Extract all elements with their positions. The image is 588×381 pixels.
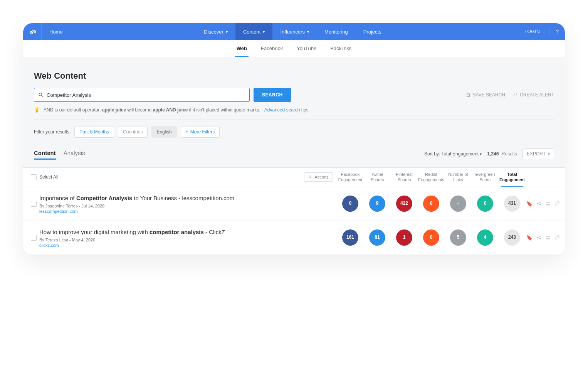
row-checkbox[interactable] [31, 235, 37, 241]
link-icon[interactable] [555, 201, 560, 207]
logo-icon[interactable] [23, 23, 42, 40]
row-checkbox[interactable] [31, 201, 37, 207]
filter-label: Filter your results: [34, 129, 71, 135]
nav-discover-label: Discover [204, 29, 223, 35]
metric-facebook: 161 [342, 229, 358, 246]
top-nav: Home Discover ▾ Content ▾ Influencers ▾ … [23, 23, 565, 40]
help-button[interactable]: ? [549, 29, 565, 35]
results-tab-analysis[interactable]: Analysis [64, 150, 85, 159]
svg-point-2 [39, 93, 42, 96]
page-title: Web Content [34, 71, 554, 81]
col-evergreen[interactable]: Evergreen Score [472, 172, 499, 183]
svg-point-11 [548, 202, 550, 203]
bookmark-icon[interactable]: 🔖 [526, 201, 533, 207]
col-reddit[interactable]: Reddit Engagements [418, 172, 445, 183]
advanced-search-link[interactable]: Advanced search tips [264, 107, 309, 113]
filter-more[interactable]: + More Filters [181, 126, 220, 138]
result-byline: By Tereza Litsa - May 4, 2020 [39, 238, 292, 242]
chevron-down-icon: ▾ [226, 30, 228, 34]
lightbulb-icon: 💡 [34, 107, 40, 113]
search-icon [38, 92, 44, 98]
nav-discover[interactable]: Discover ▾ [196, 23, 235, 40]
nav-content-label: Content [243, 29, 261, 35]
save-icon [466, 93, 470, 97]
search-hint: 💡 AND is our default operator: apple jui… [34, 107, 554, 113]
svg-line-16 [538, 238, 539, 238]
result-domain[interactable]: lesscompetition.com [39, 209, 292, 214]
results-tab-content[interactable]: Content [34, 150, 56, 159]
alert-icon [513, 93, 517, 97]
svg-line-9 [538, 204, 539, 204]
svg-line-15 [538, 236, 539, 237]
nav-projects[interactable]: Projects [356, 23, 389, 40]
chevron-down-icon: ▾ [548, 152, 550, 156]
link-icon[interactable] [555, 235, 560, 241]
share-icon[interactable] [536, 201, 541, 207]
metric-twitter: 9 [369, 196, 385, 212]
people-icon[interactable] [545, 201, 551, 207]
results-table: Select All Actions Facebook Engagement T… [23, 167, 565, 255]
metric-total: 243 [504, 229, 520, 246]
table-row: Importance of Competitor Analysis to You… [23, 187, 565, 221]
metric-pinterest: 422 [396, 196, 412, 212]
nav-home[interactable]: Home [42, 23, 71, 40]
metric-reddit: 0 [423, 229, 439, 246]
metric-twitter: 81 [369, 229, 385, 246]
people-icon[interactable] [545, 235, 551, 241]
save-search-button[interactable]: SAVE SEARCH [466, 92, 505, 98]
save-search-label: SAVE SEARCH [473, 92, 505, 98]
svg-point-18 [548, 236, 550, 237]
result-title[interactable]: How to improve your digital marketing wi… [39, 228, 292, 236]
table-row: How to improve your digital marketing wi… [23, 221, 565, 255]
metric-reddit: 0 [423, 196, 439, 212]
metric-links: - [450, 196, 466, 212]
svg-point-7 [539, 204, 541, 205]
create-alert-label: CREATE ALERT [520, 92, 554, 98]
result-domain[interactable]: clickz.com [39, 243, 292, 248]
share-icon[interactable] [536, 235, 541, 241]
tab-web[interactable]: Web [235, 40, 249, 57]
export-button[interactable]: EXPORT ▾ [522, 148, 554, 159]
filter-past-6-months[interactable]: Past 6 Months [74, 126, 114, 138]
main-area: Web Content SEARCH SAVE SEARCH [23, 57, 565, 167]
metric-evergreen: 0 [477, 196, 493, 212]
tab-youtube[interactable]: YouTube [295, 40, 318, 57]
col-twitter[interactable]: Twitter Shares [364, 172, 391, 183]
result-title[interactable]: Importance of Competitor Analysis to You… [39, 194, 292, 202]
metric-total: 431 [504, 196, 520, 212]
svg-point-1 [31, 32, 32, 33]
bookmark-icon[interactable]: 🔖 [526, 235, 533, 241]
svg-rect-4 [467, 93, 469, 94]
col-links[interactable]: Number of Links [445, 172, 472, 183]
col-total[interactable]: Total Engagement [499, 172, 526, 183]
col-pinterest[interactable]: Pinterest Shares [391, 172, 418, 183]
tab-facebook[interactable]: Facebook [259, 40, 284, 57]
chevron-down-icon: ▾ [480, 152, 482, 156]
chevron-down-icon: ▾ [307, 30, 309, 34]
sort-selector[interactable]: Sort by: Total Engagement ▾ [424, 151, 482, 157]
svg-point-12 [537, 237, 538, 238]
actions-icon [308, 175, 312, 179]
svg-point-5 [537, 203, 538, 204]
plus-icon: + [186, 129, 188, 135]
search-button[interactable]: SEARCH [254, 88, 291, 102]
select-all-label: Select All [39, 174, 70, 180]
svg-line-8 [538, 202, 539, 203]
svg-point-17 [546, 236, 548, 237]
col-facebook[interactable]: Facebook Engagement [337, 172, 364, 183]
tab-backlinks[interactable]: Backlinks [329, 40, 353, 57]
nav-monitoring[interactable]: Monitoring [317, 23, 356, 40]
actions-button[interactable]: Actions [304, 172, 333, 182]
search-input[interactable] [47, 92, 245, 98]
login-button[interactable]: LOGIN [515, 29, 549, 34]
svg-point-6 [539, 201, 541, 202]
nav-content[interactable]: Content ▾ [235, 23, 273, 40]
filter-countries[interactable]: Countries [118, 126, 148, 138]
filter-english[interactable]: English [151, 126, 176, 138]
nav-influencers[interactable]: Influencers ▾ [272, 23, 317, 40]
select-all-checkbox[interactable] [31, 174, 37, 180]
search-box[interactable] [34, 88, 250, 102]
sub-tabs: Web Facebook YouTube Backlinks [23, 40, 565, 57]
create-alert-button[interactable]: CREATE ALERT [513, 92, 554, 98]
results-count: 1,246 Results [487, 151, 517, 157]
